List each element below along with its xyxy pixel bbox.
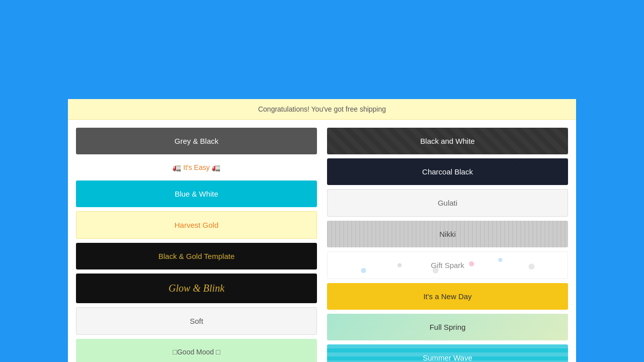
svg-point-0 — [361, 268, 366, 273]
nikki-btn[interactable]: Nikki — [327, 221, 568, 247]
harvest-gold-btn[interactable]: Harvest Gold — [76, 211, 317, 239]
full-spring-btn[interactable]: Full Spring — [327, 314, 568, 340]
svg-point-5 — [528, 263, 534, 269]
blue-white-btn[interactable]: Blue & White — [76, 180, 317, 207]
right-column: Black and White Charcoal Black Gulati Ni… — [327, 128, 568, 362]
shipping-text: Congratulations! You've got free shippin… — [258, 105, 386, 113]
svg-point-1 — [397, 263, 401, 267]
svg-point-4 — [498, 258, 502, 262]
soft-btn[interactable]: Soft — [76, 307, 317, 335]
svg-point-3 — [469, 261, 474, 266]
glow-blink-btn[interactable]: Glow & Blink — [76, 274, 317, 303]
shipping-banner: Congratulations! You've got free shippin… — [68, 99, 576, 120]
black-gold-btn[interactable]: Black & Gold Template — [76, 243, 317, 269]
good-mood-btn[interactable]: □Good Mood □ — [76, 339, 317, 362]
its-new-day-btn[interactable]: It's a New Day — [327, 283, 568, 310]
black-white-btn[interactable]: Black and White — [327, 128, 568, 154]
summer-wave-btn[interactable]: Summer Wave — [327, 344, 568, 362]
charcoal-black-btn[interactable]: Charcoal Black — [327, 158, 568, 185]
gulati-btn[interactable]: Gulati — [327, 189, 568, 217]
its-easy-label: 🚛 It's Easy 🚛 — [76, 158, 317, 176]
gift-spark-btn[interactable]: Gift Spark — [327, 251, 568, 279]
grey-black-btn[interactable]: Grey & Black — [76, 128, 317, 154]
left-column: Grey & Black 🚛 It's Easy 🚛 Blue & White … — [76, 128, 317, 362]
